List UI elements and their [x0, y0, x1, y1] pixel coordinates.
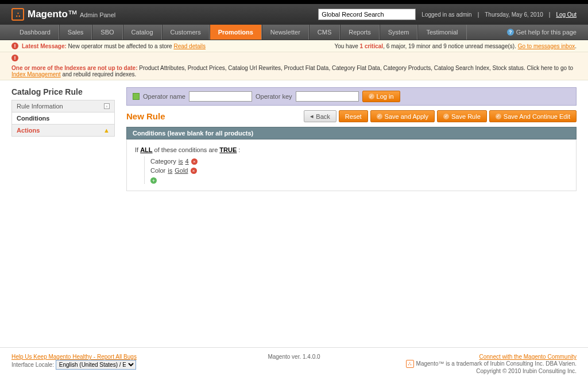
- nav-item-reports[interactable]: Reports: [340, 25, 380, 40]
- version-label: Magento ver. 1.4.0.0: [268, 354, 320, 360]
- value-link[interactable]: Gold: [175, 167, 188, 174]
- footer: Help Us Keep Magento Healthy - Report Al…: [0, 347, 588, 380]
- global-search-input[interactable]: [318, 9, 416, 20]
- magento-icon: ⛬: [406, 360, 414, 368]
- index-message-row: ! One or more of the Indexes are not up …: [0, 52, 588, 80]
- reset-button[interactable]: Reset: [339, 110, 368, 122]
- operator-link[interactable]: is: [179, 158, 183, 165]
- operator-bar: Operator name Operator key ✓Log in: [126, 87, 577, 106]
- nav-item-sales[interactable]: Sales: [59, 25, 92, 40]
- nav-item-cms[interactable]: CMS: [309, 25, 340, 40]
- login-button[interactable]: ✓Log in: [362, 91, 400, 102]
- header: ⛬ Magento™Admin Panel Logged in as admin…: [0, 4, 588, 25]
- sidebar-title: Catalog Price Rule: [11, 87, 115, 96]
- main-nav: DashboardSalesSBOCatalogCustomersPromoti…: [0, 25, 588, 40]
- condition-row: Color is Gold ×: [150, 166, 568, 175]
- nav-item-testimonial[interactable]: Testimonial: [417, 25, 466, 40]
- remove-icon[interactable]: ×: [191, 158, 198, 165]
- check-icon: ✓: [443, 114, 449, 119]
- locale-label: Interface Locale:: [11, 362, 54, 368]
- conditions-panel: If ALL of these conditions are TRUE : Ca…: [126, 139, 577, 191]
- operator-check-icon: [133, 93, 140, 100]
- index-msg-text: Product Attributes, Product Prices, Cata…: [139, 65, 573, 71]
- aggregator-link[interactable]: ALL: [140, 146, 152, 153]
- msg-counts: , 6 major, 19 minor and 9 notice unread …: [383, 43, 516, 49]
- you-have-label: You have: [334, 43, 358, 49]
- locale-select[interactable]: English (United States) / Englis: [56, 360, 136, 370]
- check-icon: ✓: [369, 94, 374, 99]
- sidebar-item-label: Actions: [17, 127, 40, 134]
- check-icon: ✓: [496, 114, 501, 119]
- inbox-link[interactable]: Go to messages inbox: [518, 43, 575, 49]
- add-condition-icon[interactable]: +: [150, 177, 157, 184]
- sidebar: Catalog Price Rule Rule Information ▫ Co…: [11, 87, 115, 136]
- nav-item-promotions[interactable]: Promotions: [210, 25, 262, 40]
- brand-name: Magento: [28, 9, 68, 20]
- nav-item-system[interactable]: System: [380, 25, 418, 40]
- nav-item-sbo[interactable]: SBO: [92, 25, 122, 40]
- remove-icon[interactable]: ×: [191, 168, 197, 174]
- latest-message-row: ! Latest Message: New operator must be a…: [0, 40, 588, 52]
- value-link[interactable]: 4: [185, 158, 189, 165]
- logout-link[interactable]: Log Out: [556, 11, 577, 18]
- latest-msg-label: Latest Message:: [22, 43, 67, 49]
- warning-triangle-icon: ▲: [103, 127, 110, 134]
- panel-heading: Conditions (leave blank for all products…: [126, 127, 577, 139]
- sidebar-item-label: Conditions: [17, 115, 49, 122]
- sidebar-item-actions[interactable]: Actions ▲: [11, 124, 115, 137]
- back-icon: ◂: [310, 112, 314, 120]
- magento-icon: ⛬: [11, 8, 24, 21]
- value-link[interactable]: TRUE: [219, 146, 237, 153]
- operator-name-input[interactable]: [189, 91, 252, 102]
- index-msg-tail: and rebuild required indexes.: [62, 71, 136, 77]
- operator-key-label: Operator key: [256, 93, 292, 100]
- save-continue-button[interactable]: ✓Save And Continue Edit: [489, 110, 577, 122]
- header-date: Thursday, May 6, 2010: [485, 11, 543, 18]
- warning-icon: !: [11, 55, 18, 61]
- condition-row: Category is 4 ×: [150, 157, 568, 166]
- warning-icon: !: [11, 42, 18, 49]
- page-title: New Rule: [126, 111, 165, 121]
- nav-item-newsletter[interactable]: Newsletter: [262, 25, 309, 40]
- nav-item-dashboard[interactable]: Dashboard: [11, 25, 59, 40]
- login-label: Log in: [377, 93, 394, 100]
- logged-in-label: Logged in as admin: [421, 11, 471, 18]
- sidebar-item-conditions[interactable]: Conditions: [11, 112, 115, 125]
- help-link[interactable]: ? Get help for this page: [507, 29, 577, 36]
- logo: ⛬ Magento™Admin Panel: [11, 8, 115, 21]
- save-rule-button[interactable]: ✓Save Rule: [437, 110, 487, 122]
- operator-link[interactable]: is: [168, 167, 172, 174]
- brand-tm: ™: [68, 9, 78, 20]
- report-bugs-link[interactable]: Help Us Keep Magento Healthy - Report Al…: [11, 354, 137, 360]
- latest-msg-text: New operator must be affected to a store: [68, 43, 172, 49]
- operator-key-input[interactable]: [296, 91, 359, 102]
- back-button[interactable]: ◂Back: [304, 110, 336, 122]
- save-apply-button[interactable]: ✓Save and Apply: [370, 110, 435, 122]
- condition-root: If ALL of these conditions are TRUE :: [135, 146, 568, 153]
- help-label: Get help for this page: [516, 29, 577, 36]
- divider: |: [478, 11, 479, 18]
- check-icon: ✓: [377, 114, 382, 119]
- operator-name-label: Operator name: [143, 93, 185, 100]
- collapse-icon: ▫: [104, 103, 110, 109]
- sidebar-item-rule-info[interactable]: Rule Information ▫: [11, 100, 115, 112]
- read-details-link[interactable]: Read details: [173, 43, 206, 49]
- nav-item-catalog[interactable]: Catalog: [123, 25, 162, 40]
- index-mgmt-link[interactable]: Index Management: [11, 71, 61, 77]
- trademark-text: Magento™ is a trademark of Irubin Consul…: [416, 360, 577, 367]
- panel-label: Admin Panel: [80, 11, 115, 18]
- help-icon: ?: [507, 29, 514, 36]
- copyright-text: Copyright © 2010 Irubin Consulting Inc.: [476, 368, 577, 374]
- divider: |: [549, 11, 551, 18]
- index-msg-label: One or more of the Indexes are not up to…: [11, 65, 137, 71]
- community-link[interactable]: Connect with the Magento Community: [479, 354, 577, 360]
- sidebar-item-label: Rule Information: [17, 103, 63, 110]
- critical-count: 1 critical: [360, 43, 384, 49]
- nav-item-customers[interactable]: Customers: [162, 25, 210, 40]
